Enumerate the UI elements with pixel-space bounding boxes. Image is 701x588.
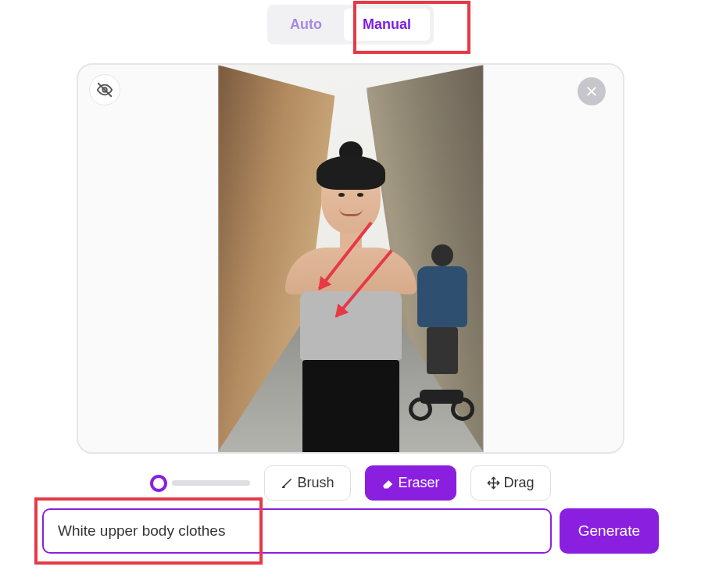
brush-label: Brush: [297, 475, 334, 491]
image-canvas[interactable]: [77, 63, 624, 454]
eye-off-icon: [96, 81, 113, 98]
close-button[interactable]: [578, 77, 606, 105]
drag-tool-button[interactable]: Drag: [470, 465, 551, 501]
toggle-mask-visibility-button[interactable]: [89, 74, 120, 105]
prompt-input[interactable]: [42, 508, 552, 554]
brush-icon: [281, 477, 293, 490]
eraser-icon: [381, 476, 395, 490]
tab-auto[interactable]: Auto: [271, 9, 341, 41]
edited-image[interactable]: [218, 65, 484, 452]
mode-tabs: Auto Manual: [267, 5, 434, 45]
generate-button[interactable]: Generate: [560, 508, 659, 554]
eraser-tool-button[interactable]: Eraser: [365, 465, 456, 501]
brush-size-slider[interactable]: [150, 475, 250, 492]
brush-tool-button[interactable]: Brush: [264, 465, 350, 501]
eraser-label: Eraser: [399, 475, 440, 491]
close-icon: [585, 85, 598, 98]
drag-label: Drag: [504, 475, 535, 491]
tab-manual[interactable]: Manual: [344, 9, 430, 41]
move-icon: [487, 476, 500, 490]
toolbar: Brush Eraser Drag: [0, 465, 701, 501]
